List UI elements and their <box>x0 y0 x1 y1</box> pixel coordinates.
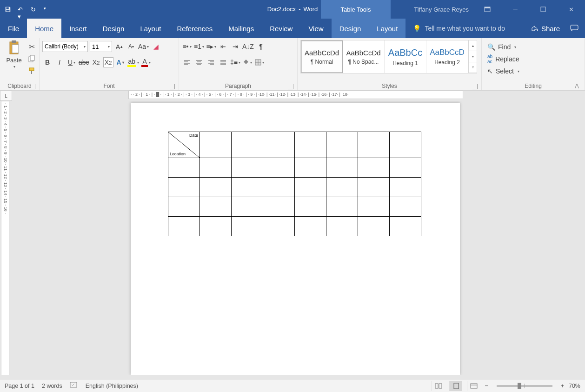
align-left-button[interactable] <box>182 57 192 67</box>
close-button[interactable]: ✕ <box>562 2 580 16</box>
shading-button[interactable]: ▾ <box>242 57 253 67</box>
horizontal-ruler[interactable]: · · 2 · | · 1 · | · █ · | · 1 · | · 2 · … <box>128 91 463 99</box>
undo-icon[interactable]: ↶ ▾ <box>18 6 24 13</box>
table-cell[interactable] <box>390 217 421 236</box>
table-cell[interactable] <box>326 217 358 236</box>
table-cell[interactable] <box>295 158 326 178</box>
collapse-ribbon-icon[interactable]: ⋀ <box>575 83 579 89</box>
table-cell[interactable] <box>200 197 232 217</box>
table-cell[interactable] <box>390 197 421 217</box>
style-no-spacing[interactable]: AaBbCcDd ¶ No Spac... <box>343 40 385 73</box>
font-color-button[interactable]: A▾ <box>141 57 151 67</box>
underline-button[interactable]: U▾ <box>66 57 77 67</box>
table-cell[interactable] <box>200 217 232 236</box>
status-words[interactable]: 2 words <box>42 383 62 389</box>
style-normal[interactable]: AaBbCcDd ¶ Normal <box>301 40 343 73</box>
table-cell[interactable] <box>326 178 358 197</box>
show-marks-button[interactable]: ¶ <box>256 41 266 52</box>
table-cell[interactable] <box>263 197 295 217</box>
replace-button[interactable]: abacReplace <box>485 53 522 65</box>
save-icon[interactable] <box>5 6 11 13</box>
table-cell[interactable] <box>200 132 232 158</box>
bold-button[interactable]: B <box>42 57 53 67</box>
superscript-button[interactable]: X2 <box>103 57 113 67</box>
table-cell[interactable] <box>295 197 326 217</box>
bullets-button[interactable]: ≡•▾ <box>182 41 192 52</box>
table-cell[interactable] <box>232 178 263 197</box>
text-effects-button[interactable]: A▾ <box>115 57 126 67</box>
clipboard-launcher[interactable] <box>30 84 35 89</box>
highlight-button[interactable]: ab▾ <box>127 57 140 67</box>
table-cell[interactable] <box>200 158 232 178</box>
table-cell[interactable] <box>295 132 326 158</box>
table-cell[interactable] <box>358 178 390 197</box>
multilevel-button[interactable]: ≡▸▾ <box>206 41 216 52</box>
qat-customize-icon[interactable]: ▾ <box>44 6 50 13</box>
paragraph-launcher[interactable] <box>288 84 293 89</box>
document-table[interactable]: Date Location <box>168 132 421 236</box>
table-cell[interactable] <box>390 132 421 158</box>
font-name-combo[interactable]: Calibri (Body)▾ <box>42 41 88 52</box>
table-cell[interactable] <box>168 158 200 178</box>
tab-review[interactable]: Review <box>262 19 300 38</box>
line-spacing-button[interactable]: ‡≡▾ <box>230 57 240 67</box>
vertical-ruler[interactable]: · 1 · 2 · 3 · 4 · 5 · 6 · 7 · 8 · 9 · 10… <box>1 101 9 375</box>
decrease-indent-button[interactable]: ⇤ <box>218 41 228 52</box>
table-cell[interactable] <box>263 178 295 197</box>
align-right-button[interactable] <box>206 57 216 67</box>
sort-button[interactable]: A↓Z <box>242 41 254 52</box>
change-case-button[interactable]: Aa▾ <box>138 41 149 52</box>
share-button[interactable]: Share <box>531 25 560 33</box>
comments-icon[interactable] <box>570 25 578 33</box>
subscript-button[interactable]: X2 <box>91 57 101 67</box>
clear-formatting-icon[interactable]: ◢ <box>151 41 161 52</box>
table-cell[interactable] <box>232 197 263 217</box>
document-area[interactable]: Date Location <box>12 101 585 375</box>
table-cell[interactable] <box>263 158 295 178</box>
tab-selector[interactable]: L <box>0 91 12 101</box>
table-cell[interactable] <box>295 217 326 236</box>
style-gallery[interactable]: AaBbCcDd ¶ Normal AaBbCcDd ¶ No Spac... … <box>300 40 477 73</box>
table-cell[interactable] <box>263 217 295 236</box>
read-mode-button[interactable] <box>432 381 445 391</box>
justify-button[interactable] <box>218 57 228 67</box>
tab-insert[interactable]: Insert <box>61 19 95 38</box>
table-cell[interactable] <box>168 217 200 236</box>
tab-file[interactable]: File <box>0 19 27 38</box>
tab-table-layout[interactable]: Layout <box>369 19 406 38</box>
strikethrough-button[interactable]: abc <box>79 57 89 67</box>
table-cell[interactable] <box>232 217 263 236</box>
status-language[interactable]: English (Philippines) <box>86 383 138 389</box>
style-heading-2[interactable]: AaBbCcD Heading 2 <box>426 40 468 73</box>
grow-font-button[interactable]: A▴ <box>114 41 124 52</box>
increase-indent-button[interactable]: ⇥ <box>230 41 240 52</box>
align-center-button[interactable] <box>194 57 204 67</box>
italic-button[interactable]: I <box>54 57 65 67</box>
table-cell[interactable] <box>326 132 358 158</box>
redo-icon[interactable]: ↻ <box>31 6 37 13</box>
tab-view[interactable]: View <box>300 19 331 38</box>
tab-references[interactable]: References <box>169 19 220 38</box>
zoom-slider[interactable] <box>497 385 552 387</box>
zoom-out-button[interactable]: − <box>485 383 488 389</box>
table-cell[interactable] <box>390 158 421 178</box>
table-cell[interactable] <box>358 197 390 217</box>
style-heading-1[interactable]: AaBbCc Heading 1 <box>385 40 426 73</box>
table-cell[interactable] <box>263 132 295 158</box>
find-button[interactable]: 🔍Find▾ <box>485 41 519 53</box>
table-header-cell[interactable]: Date Location <box>168 132 200 158</box>
table-cell[interactable] <box>358 158 390 178</box>
numbering-button[interactable]: ≡1▾ <box>194 41 204 52</box>
paste-button[interactable]: Paste ▾ <box>3 40 25 69</box>
font-launcher[interactable] <box>170 84 175 89</box>
minimize-button[interactable]: ─ <box>506 2 525 16</box>
styles-launcher[interactable] <box>472 84 478 89</box>
borders-button[interactable]: ▾ <box>254 57 265 67</box>
maximize-button[interactable] <box>534 2 552 16</box>
table-cell[interactable] <box>168 197 200 217</box>
table-cell[interactable] <box>168 178 200 197</box>
table-cell[interactable] <box>390 178 421 197</box>
select-button[interactable]: ↖Select▾ <box>485 65 522 77</box>
table-cell[interactable] <box>326 197 358 217</box>
table-cell[interactable] <box>358 217 390 236</box>
